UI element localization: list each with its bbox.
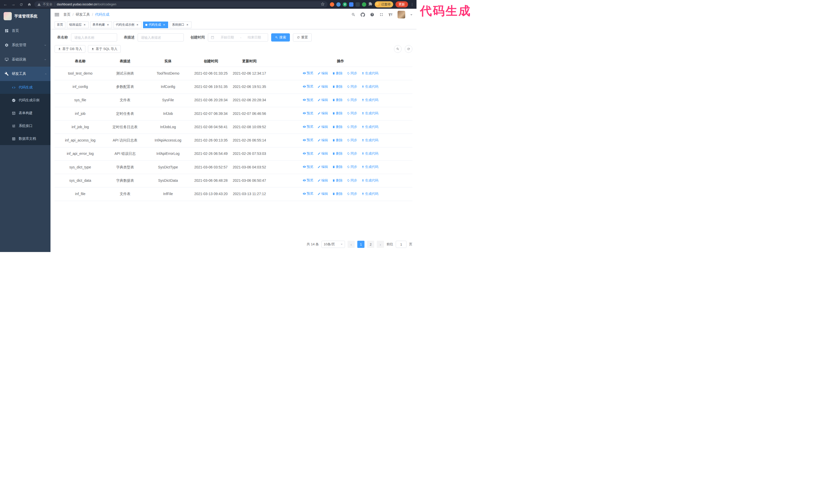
row-action-generate[interactable]: 生成代码 <box>361 71 379 76</box>
extension-v-icon[interactable]: V <box>343 2 347 7</box>
browser-menu-icon[interactable]: ⋮ <box>410 2 414 6</box>
row-action-delete[interactable]: 删除 <box>332 111 343 116</box>
sidebar-item-form-builder[interactable]: 表单构建 <box>0 106 50 119</box>
font-size-icon[interactable]: TT <box>388 13 392 17</box>
import-db-button[interactable]: 基于 DB 导入 <box>54 45 85 53</box>
sidebar-item-infra[interactable]: 基础设施 › <box>0 52 50 67</box>
row-action-sync[interactable]: 同步 <box>347 164 357 169</box>
extension-people-icon[interactable] <box>349 2 353 7</box>
breadcrumb-devtools[interactable]: 研发工具 <box>76 12 90 17</box>
sidebar-item-codegen-example[interactable]: 代码生成示例 <box>0 94 50 106</box>
sidebar-item-codegen[interactable]: 代码生成 <box>0 81 50 94</box>
page-size-select[interactable]: 10条/页 <box>322 241 345 248</box>
puzzle-extensions-icon[interactable] <box>368 2 373 7</box>
row-action-delete[interactable]: 删除 <box>332 151 343 156</box>
row-action-delete[interactable]: 删除 <box>332 138 343 143</box>
tab[interactable]: 链路追踪 × <box>67 22 89 28</box>
row-action-preview[interactable]: 预览 <box>303 191 313 196</box>
row-action-sync[interactable]: 同步 <box>347 97 357 102</box>
row-action-preview[interactable]: 预览 <box>303 178 313 183</box>
user-avatar[interactable] <box>398 11 405 19</box>
tab-close-icon[interactable]: × <box>136 23 139 27</box>
row-action-edit[interactable]: 编辑 <box>317 124 328 129</box>
row-action-generate[interactable]: 生成代码 <box>361 97 379 102</box>
browser-home-button[interactable] <box>26 2 32 6</box>
row-action-sync[interactable]: 同步 <box>347 84 357 89</box>
address-bar[interactable]: 不安全 dashboard.yudao.iocoder.cn/tool/code… <box>34 1 328 7</box>
row-action-sync[interactable]: 同步 <box>347 138 357 143</box>
row-action-sync[interactable]: 同步 <box>347 191 357 196</box>
tab[interactable]: 代码生成示例 × <box>114 22 142 28</box>
row-action-edit[interactable]: 编辑 <box>317 71 328 76</box>
row-action-edit[interactable]: 编辑 <box>317 151 328 156</box>
row-action-sync[interactable]: 同步 <box>347 151 357 156</box>
row-action-preview[interactable]: 预览 <box>303 71 313 76</box>
row-action-delete[interactable]: 删除 <box>332 178 343 183</box>
page-button-1[interactable]: 1 <box>357 241 364 248</box>
row-action-sync[interactable]: 同步 <box>347 178 357 183</box>
bookmark-star-icon[interactable] <box>321 2 325 7</box>
row-action-edit[interactable]: 编辑 <box>317 138 328 143</box>
next-page-button[interactable]: › <box>377 241 384 248</box>
extension-leaf-icon[interactable] <box>362 2 366 7</box>
tab[interactable]: 系统接口 × <box>170 22 191 28</box>
row-action-generate[interactable]: 生成代码 <box>361 191 379 196</box>
extension-drop-icon[interactable] <box>336 2 341 7</box>
browser-forward-button[interactable]: → <box>10 2 16 6</box>
tab[interactable]: 代码生成 × <box>143 22 168 28</box>
search-button[interactable]: 搜索 <box>271 33 290 42</box>
row-action-generate[interactable]: 生成代码 <box>361 124 379 129</box>
reset-button[interactable]: 重置 <box>293 33 312 42</box>
sidebar-item-home[interactable]: 首页 <box>0 24 50 38</box>
sidebar-item-db-doc[interactable]: 数据库文档 <box>0 132 50 145</box>
browser-update-button[interactable]: 更新 <box>396 1 408 7</box>
browser-profile-chip[interactable]: 已暂停 <box>375 1 393 7</box>
browser-reload-button[interactable] <box>19 2 24 6</box>
tab[interactable]: 首页 <box>54 22 65 28</box>
row-action-sync[interactable]: 同步 <box>347 111 357 116</box>
sidebar-item-api[interactable]: 系统接口 <box>0 119 50 132</box>
row-action-sync[interactable]: 同步 <box>347 124 357 129</box>
goto-page-input[interactable] <box>396 241 406 248</box>
row-action-edit[interactable]: 编辑 <box>317 84 328 89</box>
hamburger-icon[interactable] <box>54 13 59 16</box>
row-action-preview[interactable]: 预览 <box>303 111 313 116</box>
row-action-generate[interactable]: 生成代码 <box>361 178 379 183</box>
row-action-preview[interactable]: 预览 <box>303 84 313 89</box>
page-button-2[interactable]: 2 <box>367 241 374 248</box>
row-action-delete[interactable]: 删除 <box>332 124 343 129</box>
refresh-table-button[interactable] <box>405 45 412 53</box>
tab-close-icon[interactable]: × <box>106 23 110 27</box>
sidebar-item-devtools[interactable]: 研发工具 › <box>0 67 50 81</box>
row-action-generate[interactable]: 生成代码 <box>361 111 379 116</box>
table-desc-input[interactable] <box>138 33 184 42</box>
prev-page-button[interactable]: ‹ <box>348 241 355 248</box>
extension-dark-icon[interactable] <box>356 2 360 7</box>
row-action-delete[interactable]: 删除 <box>332 164 343 169</box>
date-range-picker[interactable]: 开始日期 - 结束日期 <box>208 33 268 42</box>
github-icon[interactable] <box>361 13 365 17</box>
row-action-delete[interactable]: 删除 <box>332 71 343 76</box>
search-icon[interactable] <box>351 13 356 17</box>
toggle-search-button[interactable] <box>394 45 402 53</box>
row-action-generate[interactable]: 生成代码 <box>361 138 379 143</box>
row-action-delete[interactable]: 删除 <box>332 191 343 196</box>
row-action-preview[interactable]: 预览 <box>303 137 313 143</box>
tab-close-icon[interactable]: × <box>162 23 166 27</box>
row-action-delete[interactable]: 删除 <box>332 84 343 89</box>
row-action-edit[interactable]: 编辑 <box>317 111 328 116</box>
help-icon[interactable] <box>370 13 374 17</box>
row-action-edit[interactable]: 编辑 <box>317 164 328 169</box>
row-action-generate[interactable]: 生成代码 <box>361 84 379 89</box>
row-action-preview[interactable]: 预览 <box>303 97 313 102</box>
row-action-preview[interactable]: 预览 <box>303 124 313 129</box>
fullscreen-icon[interactable] <box>379 13 383 17</box>
extension-fox-icon[interactable] <box>330 2 334 7</box>
table-name-input[interactable] <box>71 33 117 42</box>
row-action-edit[interactable]: 编辑 <box>317 178 328 183</box>
row-action-delete[interactable]: 删除 <box>332 97 343 102</box>
row-action-generate[interactable]: 生成代码 <box>361 164 379 169</box>
row-action-generate[interactable]: 生成代码 <box>361 151 379 156</box>
breadcrumb-home[interactable]: 首页 <box>63 12 70 17</box>
sidebar-item-system[interactable]: 系统管理 › <box>0 38 50 52</box>
